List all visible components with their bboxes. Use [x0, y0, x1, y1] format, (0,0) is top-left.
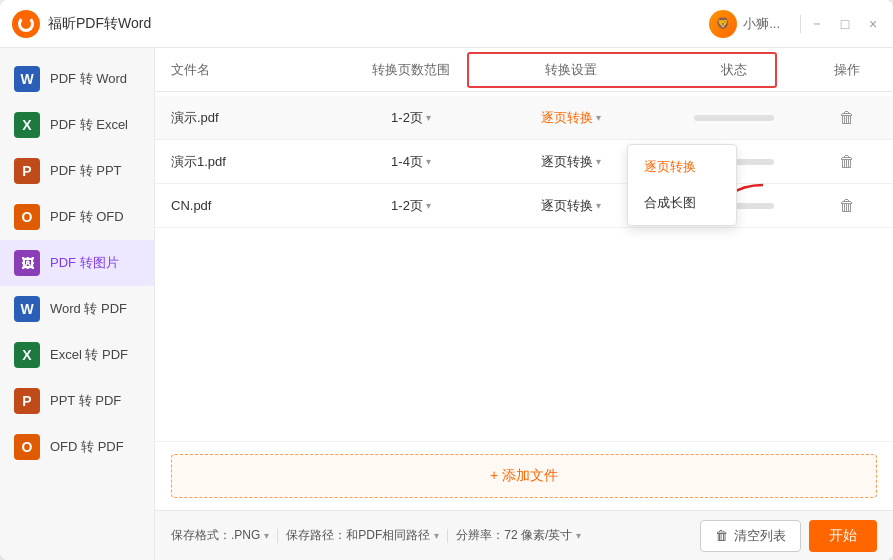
- settings-dropdown-menu: 逐页转换 合成长图: [627, 144, 737, 226]
- resolution-label: 分辨率：72 像素/英寸: [456, 527, 572, 544]
- word-pdf-icon: W: [14, 296, 40, 322]
- app-window: 福昕PDF转Word 🦁 小狮... － □ × W PDF 转 Word X …: [0, 0, 893, 560]
- delete-button[interactable]: 🗑: [839, 109, 855, 127]
- main-content: W PDF 转 Word X PDF 转 Excel P PDF 转 PPT O…: [0, 48, 893, 560]
- row-pages: 1-2页 ▾: [331, 197, 491, 215]
- add-file-button[interactable]: + 添加文件: [171, 454, 877, 498]
- table-header: 文件名 转换页数范围 转换设置 状态 操作: [155, 48, 893, 92]
- start-button[interactable]: 开始: [809, 520, 877, 552]
- header-page-range: 转换页数范围: [331, 61, 491, 79]
- sidebar-item-ofd-pdf[interactable]: O OFD 转 PDF: [0, 424, 154, 470]
- status-bar: [694, 115, 774, 121]
- settings-value: 逐页转换: [541, 109, 593, 127]
- app-logo-icon: [18, 16, 34, 32]
- image-icon: 🖼: [14, 250, 40, 276]
- sidebar-label: PDF 转 Word: [50, 70, 127, 88]
- pages-dropdown-button[interactable]: 1-4页 ▾: [391, 153, 431, 171]
- table-row: 演示.pdf 1-2页 ▾ 逐页转换 ▾: [155, 96, 893, 140]
- sidebar-item-word-pdf[interactable]: W Word 转 PDF: [0, 286, 154, 332]
- excel-icon: X: [14, 112, 40, 138]
- sidebar-label: PDF 转 OFD: [50, 208, 124, 226]
- sidebar-item-pdf-ofd[interactable]: O PDF 转 OFD: [0, 194, 154, 240]
- ofd-icon: O: [14, 204, 40, 230]
- minimize-button[interactable]: －: [809, 16, 825, 32]
- row-status: [651, 115, 817, 121]
- sidebar-label: Excel 转 PDF: [50, 346, 128, 364]
- save-path-option[interactable]: 保存路径：和PDF相同路径 ▾: [286, 527, 439, 544]
- header-action: 操作: [817, 61, 877, 79]
- sidebar-item-pdf-word[interactable]: W PDF 转 Word: [0, 56, 154, 102]
- window-controls: － □ ×: [809, 16, 881, 32]
- sidebar-item-excel-pdf[interactable]: X Excel 转 PDF: [0, 332, 154, 378]
- chevron-down-icon: ▾: [576, 530, 581, 541]
- divider: [447, 529, 448, 543]
- sidebar-label: PDF 转 Excel: [50, 116, 128, 134]
- settings-value: 逐页转换: [541, 153, 593, 171]
- chevron-down-icon: ▾: [596, 200, 601, 211]
- sidebar-item-pdf-ppt[interactable]: P PDF 转 PPT: [0, 148, 154, 194]
- chevron-down-icon: ▾: [426, 156, 431, 167]
- chevron-down-icon: ▾: [426, 112, 431, 123]
- sidebar-label: PDF 转图片: [50, 254, 119, 272]
- chevron-down-icon: ▾: [426, 200, 431, 211]
- settings-dropdown-button[interactable]: 逐页转换 ▾: [541, 197, 601, 215]
- sidebar-label: Word 转 PDF: [50, 300, 127, 318]
- ofd-pdf-icon: O: [14, 434, 40, 460]
- maximize-button[interactable]: □: [837, 16, 853, 32]
- start-label: 开始: [829, 527, 857, 543]
- settings-dropdown-button[interactable]: 逐页转换 ▾: [541, 153, 601, 171]
- settings-dropdown-button[interactable]: 逐页转换 ▾: [541, 109, 601, 127]
- pages-dropdown-button[interactable]: 1-2页 ▾: [391, 109, 431, 127]
- delete-button[interactable]: 🗑: [839, 197, 855, 215]
- header-status: 状态: [651, 61, 817, 79]
- divider: [277, 529, 278, 543]
- sidebar-label: PPT 转 PDF: [50, 392, 121, 410]
- content-area: 文件名 转换页数范围 转换设置 状态 操作 演示.pdf 1-2页 ▾: [155, 48, 893, 560]
- row-filename: 演示1.pdf: [171, 153, 331, 171]
- chevron-down-icon: ▾: [264, 530, 269, 541]
- app-logo: [12, 10, 40, 38]
- dropdown-item-page-by-page[interactable]: 逐页转换: [628, 149, 736, 185]
- close-button[interactable]: ×: [865, 16, 881, 32]
- delete-button[interactable]: 🗑: [839, 153, 855, 171]
- chevron-down-icon: ▾: [434, 530, 439, 541]
- pages-dropdown-button[interactable]: 1-2页 ▾: [391, 197, 431, 215]
- sidebar-label: PDF 转 PPT: [50, 162, 122, 180]
- word-icon: W: [14, 66, 40, 92]
- add-file-label: + 添加文件: [490, 467, 558, 485]
- user-info: 🦁 小狮...: [709, 10, 780, 38]
- resolution-option[interactable]: 分辨率：72 像素/英寸 ▾: [456, 527, 581, 544]
- save-path-label: 保存路径：和PDF相同路径: [286, 527, 430, 544]
- table-body: 演示.pdf 1-2页 ▾ 逐页转换 ▾: [155, 92, 893, 441]
- sidebar-label: OFD 转 PDF: [50, 438, 124, 456]
- title-divider: [800, 15, 801, 33]
- chevron-down-icon: ▾: [596, 112, 601, 123]
- sidebar-item-ppt-pdf[interactable]: P PPT 转 PDF: [0, 378, 154, 424]
- add-file-area: + 添加文件: [155, 441, 893, 510]
- row-filename: 演示.pdf: [171, 109, 331, 127]
- pages-value: 1-2页: [391, 109, 423, 127]
- row-pages: 1-2页 ▾: [331, 109, 491, 127]
- user-name: 小狮...: [743, 15, 780, 33]
- trash-icon: 🗑: [715, 528, 728, 543]
- title-bar: 福昕PDF转Word 🦁 小狮... － □ ×: [0, 0, 893, 48]
- clear-list-label: 清空列表: [734, 527, 786, 545]
- row-settings: 逐页转换 ▾: [491, 109, 651, 127]
- row-action: 🗑: [817, 197, 877, 215]
- ppt-icon: P: [14, 158, 40, 184]
- avatar: 🦁: [709, 10, 737, 38]
- sidebar-item-pdf-excel[interactable]: X PDF 转 Excel: [0, 102, 154, 148]
- sidebar: W PDF 转 Word X PDF 转 Excel P PDF 转 PPT O…: [0, 48, 155, 560]
- dropdown-item-long-image[interactable]: 合成长图: [628, 185, 736, 221]
- save-format-label: 保存格式：.PNG: [171, 527, 260, 544]
- bottom-bar: 保存格式：.PNG ▾ 保存路径：和PDF相同路径 ▾ 分辨率：72 像素/英寸…: [155, 510, 893, 560]
- row-action: 🗑: [817, 153, 877, 171]
- pages-value: 1-2页: [391, 197, 423, 215]
- clear-list-button[interactable]: 🗑 清空列表: [700, 520, 801, 552]
- sidebar-item-pdf-image[interactable]: 🖼 PDF 转图片: [0, 240, 154, 286]
- excel-pdf-icon: X: [14, 342, 40, 368]
- save-format-option[interactable]: 保存格式：.PNG ▾: [171, 527, 269, 544]
- chevron-down-icon: ▾: [596, 156, 601, 167]
- header-settings: 转换设置: [491, 61, 651, 79]
- row-pages: 1-4页 ▾: [331, 153, 491, 171]
